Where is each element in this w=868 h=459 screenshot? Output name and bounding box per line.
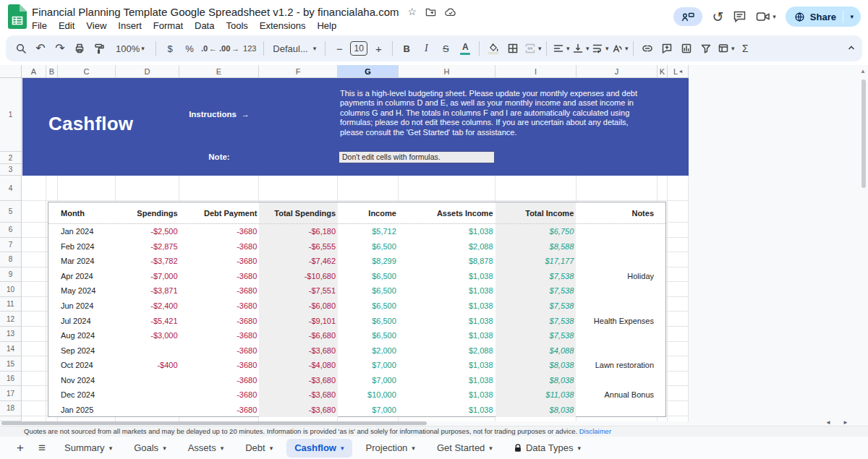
table-cell[interactable]: $7,000 [338, 403, 399, 418]
table-cell[interactable]: Sep 2024 [48, 343, 116, 358]
column-header-C[interactable]: C [58, 65, 116, 78]
insert-link-button[interactable] [638, 39, 657, 58]
sheet-tab-summary[interactable]: Summary▾ [56, 439, 120, 458]
table-cell[interactable]: -3680 [180, 403, 260, 418]
font-size-input[interactable]: 10 [349, 39, 368, 58]
strikethrough-button[interactable]: S [436, 39, 455, 58]
table-cell[interactable]: $8,038 [495, 372, 576, 387]
table-cell[interactable]: -3680 [180, 387, 260, 403]
table-cell[interactable]: May 2024 [48, 283, 116, 299]
table-cell[interactable]: Nov 2024 [48, 372, 116, 387]
table-cell[interactable]: -$2,500 [116, 224, 180, 239]
sheet-tab-get-started[interactable]: Get Started▾ [429, 439, 501, 458]
column-header-E[interactable]: E [179, 65, 259, 78]
table-cell[interactable] [576, 403, 665, 418]
chevron-down-icon[interactable]: ▾ [773, 13, 776, 20]
table-cell[interactable]: -3680 [180, 254, 260, 269]
join-call-button[interactable]: ▾ [756, 11, 776, 22]
vertical-scroll-up-icon[interactable]: ▲ [860, 68, 866, 74]
table-cell[interactable]: $17,177 [495, 254, 576, 269]
font-select[interactable]: Defaul...▾ [268, 39, 320, 58]
column-header-F[interactable]: F [259, 65, 338, 78]
horizontal-scrollbar[interactable] [1, 421, 427, 425]
increase-decimals-button[interactable]: .00→ [219, 39, 239, 58]
increase-font-size-button[interactable]: + [369, 39, 388, 58]
table-cell[interactable]: $6,500 [338, 299, 399, 314]
table-cell[interactable]: Jan 2024 [48, 224, 116, 239]
table-cell[interactable]: -$3,680 [259, 387, 338, 403]
column-header-A[interactable]: A [22, 65, 46, 78]
tab-menu-icon[interactable]: ▾ [163, 445, 166, 452]
table-cell[interactable]: $7,000 [338, 372, 399, 387]
table-cell[interactable]: -$3,782 [116, 254, 180, 269]
table-cell[interactable]: $2,000 [338, 343, 399, 358]
borders-button[interactable] [503, 39, 522, 58]
more-formats-button[interactable]: 123 [240, 39, 259, 58]
header-banner[interactable]: Cashflow Instructions → This is a high-l… [22, 78, 689, 176]
text-color-button[interactable]: A [456, 39, 475, 58]
table-cell[interactable] [116, 387, 180, 403]
row-header-3[interactable]: 3 [0, 164, 22, 176]
table-cell[interactable]: -$5,421 [116, 313, 180, 328]
sheet-tab-projection[interactable]: Projection▾ [358, 439, 423, 458]
cashflow-table[interactable]: MonthSpendingsDebt PaymentTotal Spending… [48, 202, 666, 417]
tab-menu-icon[interactable]: ▾ [412, 445, 415, 452]
row-header-7[interactable]: 7 [0, 238, 22, 253]
column-header-L[interactable]: L◂ [668, 65, 689, 78]
undo-button[interactable]: ↶ [31, 39, 50, 58]
table-cell[interactable]: Aug 2024 [48, 328, 116, 343]
print-button[interactable] [70, 39, 89, 58]
row-header-17[interactable]: 17 [0, 386, 22, 401]
table-cell[interactable]: Lawn restoration [576, 358, 665, 373]
paint-format-button[interactable] [90, 39, 109, 58]
document-title[interactable]: Financial Planning Template Google Sprea… [32, 6, 399, 18]
table-cell[interactable]: $1,038 [399, 328, 495, 343]
redo-button[interactable]: ↷ [51, 39, 69, 58]
table-cell[interactable]: -3680 [180, 239, 260, 254]
tab-menu-icon[interactable]: ▾ [270, 445, 273, 452]
column-header-K[interactable]: K [658, 65, 668, 78]
search-menus-button[interactable] [12, 39, 30, 58]
vertical-align-button[interactable]: ▾ [571, 39, 590, 58]
table-cell[interactable]: -$3,680 [259, 403, 338, 418]
table-cell[interactable]: $5,712 [338, 224, 399, 239]
row-header-15[interactable]: 15 [0, 356, 22, 372]
scroll-left-icon[interactable]: ◄ [825, 419, 831, 426]
table-cell[interactable]: $7,538 [495, 283, 576, 299]
table-cell[interactable]: $6,500 [338, 239, 399, 254]
insert-comment-button[interactable] [658, 39, 676, 58]
horizontal-align-button[interactable]: ▾ [551, 39, 570, 58]
table-cell[interactable]: $7,538 [495, 269, 576, 284]
table-cell[interactable]: $2,088 [399, 343, 495, 358]
table-cell[interactable]: $8,299 [338, 254, 399, 269]
table-cell[interactable]: $8,038 [495, 403, 576, 418]
menu-edit[interactable]: Edit [53, 19, 80, 33]
scroll-right-icon[interactable]: ► [843, 419, 848, 426]
table-cell[interactable]: -3680 [180, 299, 260, 314]
cloud-status-icon[interactable] [445, 7, 456, 17]
bold-button[interactable]: B [397, 39, 416, 58]
table-cell[interactable]: $2,088 [399, 239, 495, 254]
format-currency-button[interactable]: $ [161, 39, 179, 58]
table-cell[interactable]: $1,038 [399, 387, 495, 403]
tab-menu-icon[interactable]: ▾ [109, 445, 113, 452]
select-all-corner[interactable] [0, 65, 22, 78]
tab-menu-icon[interactable]: ▾ [577, 445, 581, 452]
table-cell[interactable]: -3680 [180, 269, 260, 284]
table-cell[interactable]: Jan 2025 [48, 403, 116, 418]
table-cell[interactable]: -3680 [180, 313, 260, 328]
sheet-tab-cashflow[interactable]: Cashflow▾ [286, 439, 352, 458]
table-cell[interactable]: -$400 [116, 358, 180, 373]
move-to-folder-icon[interactable] [425, 7, 436, 17]
menu-help[interactable]: Help [311, 19, 342, 33]
row-header-11[interactable]: 11 [0, 297, 22, 312]
decrease-decimals-button[interactable]: .0← [200, 39, 218, 58]
row-header-12[interactable]: 12 [0, 312, 22, 327]
hide-menus-button[interactable] [846, 43, 856, 55]
table-cell[interactable]: -$7,462 [259, 254, 338, 269]
merge-cells-button[interactable]: ▾ [523, 39, 542, 58]
sheet-tab-goals[interactable]: Goals▾ [126, 439, 174, 458]
grid-canvas[interactable]: Cashflow Instructions → This is a high-l… [22, 78, 689, 421]
hidden-columns-icon[interactable]: ◂ [679, 68, 682, 74]
decrease-font-size-button[interactable]: − [330, 39, 349, 58]
